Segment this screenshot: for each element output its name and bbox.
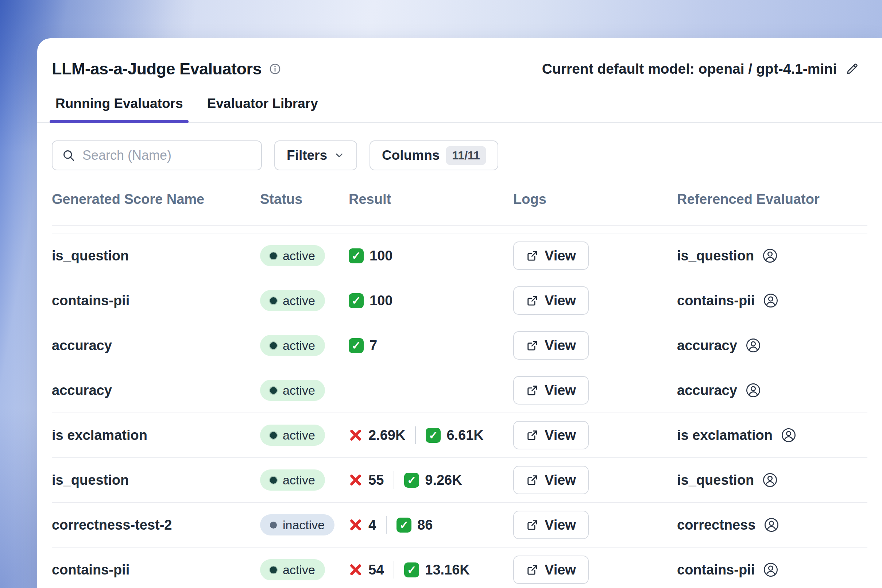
status-badge: inactive (260, 514, 334, 536)
header-status: Status (260, 192, 349, 207)
view-logs-button[interactable]: View (513, 376, 589, 405)
pass-check-icon: ✓ (349, 293, 364, 308)
tab-bar: Running Evaluators Evaluator Library (37, 96, 882, 123)
status-dot-icon (270, 522, 277, 528)
status-cell: active (260, 470, 349, 490)
columns-label: Columns (382, 148, 440, 163)
status-badge: active (260, 559, 325, 580)
pass-count: ✓100 (349, 248, 393, 264)
view-logs-button[interactable]: View (513, 466, 589, 494)
logs-cell: View (513, 555, 677, 584)
status-label: active (283, 249, 315, 263)
fail-count: 4 (349, 517, 376, 533)
referenced-evaluator-cell: is_question (677, 472, 867, 488)
score-name-cell: accuracy (52, 338, 260, 354)
evaluators-panel: LLM-as-a-Judge Evaluators Current defaul… (37, 38, 882, 588)
logs-cell: View (513, 421, 677, 449)
pass-check-icon: ✓ (404, 473, 419, 488)
fail-x-icon (349, 563, 363, 577)
info-icon[interactable] (269, 63, 281, 75)
edit-pencil-icon[interactable] (845, 62, 860, 76)
result-divider (415, 426, 416, 444)
referenced-evaluator-cell: is exclamation (677, 427, 867, 443)
search-icon (62, 149, 75, 162)
referenced-evaluator-name: is_question (677, 472, 754, 488)
pass-check-icon: ✓ (404, 562, 419, 578)
search-box[interactable] (52, 140, 262, 170)
view-logs-button[interactable]: View (513, 555, 589, 584)
result-divider (394, 471, 394, 489)
result-cell: ✓7 (349, 338, 513, 354)
table-body: is_question active ✓100 View is_question (52, 234, 867, 588)
pass-count: ✓13.16K (404, 562, 470, 578)
status-label: active (283, 383, 315, 398)
external-link-icon (526, 474, 538, 486)
tab-running-evaluators[interactable]: Running Evaluators (52, 96, 186, 122)
referenced-evaluator-name: is_question (677, 248, 754, 264)
referenced-evaluator-name: contains-pii (677, 562, 755, 578)
pass-check-icon: ✓ (349, 248, 364, 263)
referenced-evaluator-name: accuracy (677, 382, 737, 398)
score-name-cell: is_question (52, 472, 260, 488)
fail-value: 55 (368, 472, 384, 488)
view-logs-button[interactable]: View (513, 286, 589, 315)
table-row: contains-pii active ✓100 View contains-p… (52, 278, 867, 323)
status-dot-icon (270, 432, 277, 439)
view-logs-button[interactable]: View (513, 331, 589, 360)
pass-count: ✓7 (349, 338, 377, 354)
fail-count: 2.69K (349, 428, 405, 443)
status-dot-icon (270, 387, 277, 394)
status-label: inactive (283, 518, 325, 532)
view-label: View (544, 293, 576, 309)
user-icon (762, 472, 778, 488)
pass-value: 100 (369, 293, 393, 309)
status-cell: active (260, 290, 349, 311)
columns-button[interactable]: Columns 11/11 (369, 140, 498, 170)
referenced-evaluator-cell: correctness (677, 517, 867, 533)
status-dot-icon (270, 252, 277, 260)
external-link-icon (526, 429, 538, 441)
result-cell: ✓100 (349, 248, 513, 264)
status-dot-icon (270, 297, 277, 304)
score-name-cell: contains-pii (52, 562, 260, 578)
view-logs-button[interactable]: View (513, 242, 589, 270)
tab-evaluator-library[interactable]: Evaluator Library (204, 96, 321, 122)
fail-value: 54 (368, 562, 384, 578)
referenced-evaluator-cell: accuracy (677, 338, 867, 354)
referenced-evaluator-cell: is_question (677, 248, 867, 264)
fail-x-icon (349, 428, 363, 442)
view-logs-button[interactable]: View (513, 421, 589, 449)
table-row: is exclamation active 2.69K✓6.61K View i… (52, 413, 867, 458)
status-label: active (283, 339, 315, 353)
pass-count: ✓6.61K (426, 428, 483, 443)
fail-count: 54 (349, 562, 384, 578)
pass-value: 13.16K (425, 562, 470, 578)
user-icon (764, 517, 780, 533)
status-dot-icon (270, 342, 277, 349)
columns-count-badge: 11/11 (446, 146, 486, 165)
logs-cell: View (513, 286, 677, 315)
external-link-icon (526, 294, 538, 307)
header-result: Result (349, 192, 513, 207)
table-row: accuracy active View accuracy (52, 368, 867, 413)
score-name: is_question (52, 248, 129, 263)
view-label: View (544, 517, 576, 533)
logs-cell: View (513, 242, 677, 270)
table-row: is_question active 55✓9.26K View is_ques… (52, 458, 867, 502)
table-controls: Filters Columns 11/11 (52, 140, 867, 170)
result-cell: ✓100 (349, 293, 513, 309)
referenced-evaluator-name: accuracy (677, 338, 737, 354)
view-logs-button[interactable]: View (513, 511, 589, 539)
status-badge: active (260, 470, 325, 490)
view-label: View (544, 562, 576, 578)
user-icon (762, 248, 778, 264)
result-cell: 54✓13.16K (349, 561, 513, 579)
score-name: accuracy (52, 338, 112, 353)
referenced-evaluator-cell: accuracy (677, 382, 867, 398)
score-name: is_question (52, 472, 129, 488)
search-input[interactable] (82, 148, 252, 163)
external-link-icon (526, 339, 538, 352)
user-icon (763, 292, 779, 309)
logs-cell: View (513, 331, 677, 360)
filters-button[interactable]: Filters (274, 140, 357, 170)
